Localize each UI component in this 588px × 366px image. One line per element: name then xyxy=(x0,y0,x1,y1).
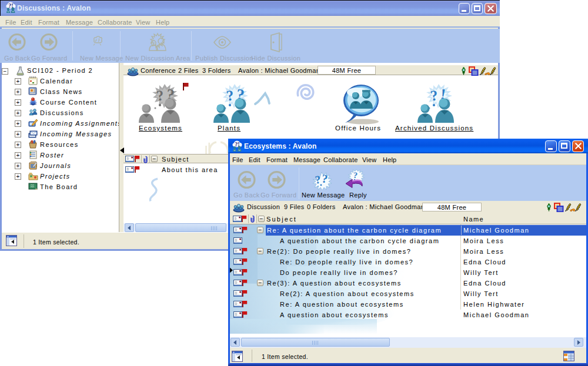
svg-text:?: ? xyxy=(314,173,321,186)
